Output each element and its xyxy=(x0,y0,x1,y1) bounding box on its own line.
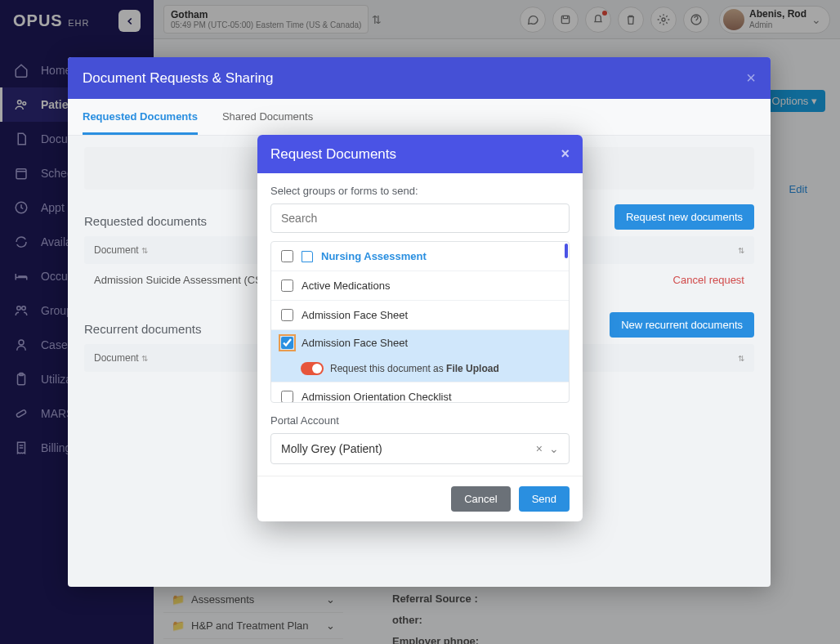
request-new-documents-button[interactable]: Request new documents xyxy=(614,204,754,230)
modal2-footer: Cancel Send xyxy=(257,476,583,521)
portal-label: Portal Account xyxy=(270,414,570,427)
checkbox[interactable] xyxy=(281,250,293,262)
item-label: Admission Face Sheet xyxy=(302,337,408,349)
col-document: Document xyxy=(94,244,139,256)
cancel-request-link[interactable]: Cancel request xyxy=(673,274,744,286)
toggle-text: Request this document as File Upload xyxy=(330,363,499,374)
portal-account-select[interactable]: Molly Grey (Patient) × ⌄ xyxy=(270,433,570,464)
chevron-down-icon[interactable]: ⌄ xyxy=(549,442,559,455)
portal-value: Molly Grey (Patient) xyxy=(281,442,382,455)
item-label: Admission Face Sheet xyxy=(302,309,408,321)
new-recurrent-documents-button[interactable]: New recurrent documents xyxy=(610,312,754,338)
clear-icon[interactable]: × xyxy=(536,442,543,455)
modal-titlebar: Document Requests & Sharing × xyxy=(68,57,771,99)
request-documents-modal: Request Documents × Select groups or for… xyxy=(257,135,583,521)
list-item[interactable]: Active Medications xyxy=(271,271,569,301)
file-upload-toggle-row: Request this document as File Upload xyxy=(281,362,559,375)
modal2-title: Request Documents xyxy=(270,146,396,163)
send-button[interactable]: Send xyxy=(519,486,570,512)
toggle-switch[interactable] xyxy=(301,362,324,375)
select-label: Select groups or forms to send: xyxy=(270,185,570,197)
item-label: Admission Orientation Checklist xyxy=(302,391,452,403)
search-input[interactable] xyxy=(270,203,570,233)
sort-icon[interactable]: ⇅ xyxy=(141,354,148,363)
portal-account-row: Portal Account Molly Grey (Patient) × ⌄ xyxy=(270,414,570,464)
scrollbar[interactable] xyxy=(565,244,568,258)
list-item[interactable]: Admission Face Sheet xyxy=(271,301,569,330)
col-document: Document xyxy=(94,352,139,364)
document-icon xyxy=(302,251,313,262)
checkbox[interactable] xyxy=(281,280,293,292)
item-label: Active Medications xyxy=(302,280,390,292)
cancel-button[interactable]: Cancel xyxy=(451,486,510,512)
checkbox[interactable] xyxy=(281,337,293,349)
sort-icon[interactable]: ⇅ xyxy=(738,354,744,363)
tab-shared[interactable]: Shared Documents xyxy=(222,99,313,135)
item-label: Nursing Assessment xyxy=(321,250,427,262)
sort-icon[interactable]: ⇅ xyxy=(141,246,148,255)
checkbox[interactable] xyxy=(281,391,293,403)
tab-requested[interactable]: Requested Documents xyxy=(83,99,198,135)
list-item[interactable]: Admission Orientation Checklist xyxy=(271,382,569,403)
close-icon[interactable]: × xyxy=(561,145,570,163)
list-item-selected[interactable]: Admission Face Sheet Request this docume… xyxy=(271,330,569,382)
modal-title: Document Requests & Sharing xyxy=(83,70,273,87)
close-icon[interactable]: × xyxy=(746,69,756,87)
document-list: Nursing Assessment Active Medications Ad… xyxy=(270,241,570,403)
modal2-titlebar: Request Documents × xyxy=(257,135,583,173)
list-item-group[interactable]: Nursing Assessment xyxy=(271,242,569,271)
sort-icon[interactable]: ⇅ xyxy=(738,246,744,255)
checkbox[interactable] xyxy=(281,309,293,321)
modal2-content: Select groups or forms to send: Nursing … xyxy=(257,173,583,476)
modal-tabs: Requested Documents Shared Documents xyxy=(68,99,771,136)
